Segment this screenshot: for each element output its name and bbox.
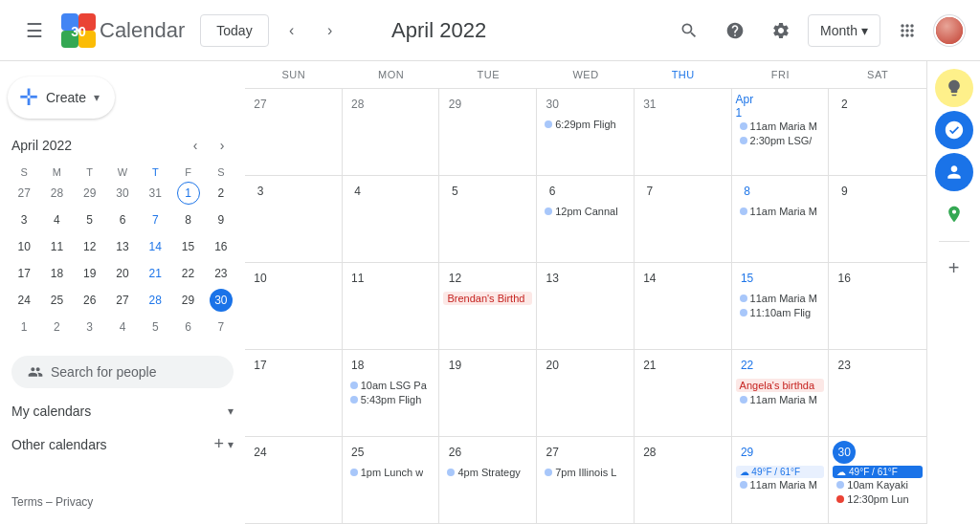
calendar-cell[interactable]: 19 xyxy=(439,350,537,436)
calendar-cell[interactable]: 29☁ 49°F / 61°F11am Maria M xyxy=(732,437,830,523)
mini-cal-day[interactable]: 28 xyxy=(139,287,171,314)
mini-cal-day[interactable]: 3 xyxy=(8,207,40,233)
mini-cal-day[interactable]: 31 xyxy=(139,180,171,207)
mini-cal-day[interactable]: 6 xyxy=(171,314,204,340)
my-calendars-section[interactable]: My calendars ▾ xyxy=(8,396,237,426)
calendar-cell[interactable]: 31 xyxy=(635,89,732,175)
calendar-event[interactable]: Angela's birthda xyxy=(736,379,825,392)
calendar-cell[interactable]: 20 xyxy=(537,350,635,436)
mini-cal-day[interactable]: 5 xyxy=(74,207,106,233)
mini-cal-day[interactable]: 22 xyxy=(171,260,204,287)
calendar-cell[interactable]: 21 xyxy=(635,350,732,436)
help-button[interactable] xyxy=(716,11,754,50)
next-month-button[interactable]: › xyxy=(315,15,345,46)
calendar-cell[interactable]: 29 xyxy=(439,89,537,175)
calendar-cell[interactable]: 5 xyxy=(439,176,537,262)
mini-cal-prev[interactable]: ‹ xyxy=(184,134,207,157)
calendar-cell[interactable]: 811am Maria M xyxy=(732,176,830,262)
user-avatar[interactable] xyxy=(934,15,965,46)
mini-cal-day[interactable]: 1 xyxy=(171,180,204,207)
calendar-cell[interactable]: 10 xyxy=(245,263,343,349)
calendar-cell[interactable]: 12Brendan's Birthd xyxy=(439,263,537,349)
other-calendars-add-icon[interactable]: + xyxy=(213,434,224,454)
mini-cal-day[interactable]: 26 xyxy=(74,287,106,314)
add-panel-button[interactable]: + xyxy=(948,257,960,279)
calendar-cell[interactable]: 23 xyxy=(829,350,926,436)
mini-cal-day[interactable]: 17 xyxy=(8,260,40,287)
mini-cal-day[interactable]: 21 xyxy=(139,260,171,287)
terms-link[interactable]: Terms xyxy=(11,495,43,509)
calendar-cell[interactable]: 2 xyxy=(829,89,926,175)
mini-cal-day[interactable]: 14 xyxy=(139,233,171,260)
mini-cal-day[interactable]: 15 xyxy=(171,233,204,260)
calendar-cell[interactable]: Apr 111am Maria M2:30pm LSG/ xyxy=(732,89,830,175)
mini-cal-day[interactable]: 2 xyxy=(205,180,237,207)
calendar-cell[interactable]: 612pm Cannal xyxy=(537,176,635,262)
mini-cal-day[interactable]: 9 xyxy=(205,207,237,233)
mini-cal-next[interactable]: › xyxy=(211,134,234,157)
calendar-cell[interactable]: 264pm Strategy xyxy=(439,437,537,523)
calendar-cell[interactable]: 14 xyxy=(635,263,732,349)
calendar-cell[interactable]: 28 xyxy=(635,437,732,523)
calendar-cell[interactable]: 3 xyxy=(245,176,343,262)
calendar-event[interactable]: 10am Kayaki xyxy=(833,478,923,491)
calendar-cell[interactable]: 306:29pm Fligh xyxy=(537,89,635,175)
mini-cal-day[interactable]: 27 xyxy=(8,180,40,207)
calendar-event[interactable]: 6:29pm Fligh xyxy=(541,118,630,131)
search-button[interactable] xyxy=(670,11,708,50)
settings-button[interactable] xyxy=(762,11,800,50)
mini-cal-day[interactable]: 29 xyxy=(74,180,106,207)
maps-icon-button[interactable] xyxy=(935,195,973,233)
calendar-event[interactable]: 11am Maria M xyxy=(736,478,825,491)
mini-cal-day[interactable]: 11 xyxy=(40,233,73,260)
mini-cal-day[interactable]: 8 xyxy=(171,207,204,233)
mini-cal-day[interactable]: 10 xyxy=(8,233,40,260)
calendar-cell[interactable]: 17 xyxy=(245,350,343,436)
mini-cal-day[interactable]: 4 xyxy=(106,314,139,340)
calendar-event[interactable]: 12:30pm Lun xyxy=(833,492,923,506)
mini-cal-day[interactable]: 6 xyxy=(106,207,139,233)
calendar-event[interactable]: 11am Maria M xyxy=(736,292,825,305)
calendar-event[interactable]: 4pm Strategy xyxy=(443,466,532,479)
create-button[interactable]: ✛ Create ▾ xyxy=(8,76,115,119)
calendar-cell[interactable]: 22Angela's birthda11am Maria M xyxy=(732,350,830,436)
mini-cal-day[interactable]: 20 xyxy=(106,260,139,287)
mini-cal-day[interactable]: 19 xyxy=(74,260,106,287)
mini-cal-day[interactable]: 7 xyxy=(205,314,237,340)
mini-cal-day[interactable]: 28 xyxy=(40,180,73,207)
search-people-button[interactable]: Search for people xyxy=(11,356,234,388)
mini-cal-day[interactable]: 4 xyxy=(40,207,73,233)
mini-cal-day[interactable]: 2 xyxy=(40,314,73,340)
calendar-event[interactable]: 11am Maria M xyxy=(736,393,825,406)
mini-cal-day[interactable]: 16 xyxy=(205,233,237,260)
calendar-event[interactable]: 2:30pm LSG/ xyxy=(736,134,825,147)
mini-cal-day[interactable]: 7 xyxy=(139,207,171,233)
calendar-cell[interactable]: 11 xyxy=(343,263,440,349)
calendar-cell[interactable]: 1810am LSG Pa5:43pm Fligh xyxy=(343,350,440,436)
calendar-cell[interactable]: 7 xyxy=(635,176,732,262)
calendar-cell[interactable]: 9 xyxy=(829,176,926,262)
contacts-icon-button[interactable] xyxy=(935,153,973,191)
calendar-cell[interactable]: 1511am Maria M11:10am Flig xyxy=(732,263,830,349)
mini-cal-day[interactable]: 30 xyxy=(205,287,237,314)
mini-cal-day[interactable]: 24 xyxy=(8,287,40,314)
mini-cal-day[interactable]: 25 xyxy=(40,287,73,314)
mini-cal-day[interactable]: 1 xyxy=(8,314,40,340)
other-calendars-section[interactable]: Other calendars + ▾ xyxy=(8,426,237,462)
calendar-cell[interactable]: 13 xyxy=(537,263,635,349)
mini-cal-day[interactable]: 12 xyxy=(74,233,106,260)
view-selector[interactable]: Month ▾ xyxy=(808,14,880,47)
calendar-cell[interactable]: 4 xyxy=(343,176,440,262)
today-button[interactable]: Today xyxy=(200,14,268,47)
keep-icon-button[interactable] xyxy=(935,69,973,107)
calendar-event[interactable]: 11:10am Flig xyxy=(736,306,825,319)
calendar-cell[interactable]: 28 xyxy=(343,89,440,175)
calendar-cell[interactable]: 24 xyxy=(245,437,343,523)
calendar-event[interactable]: 1pm Lunch w xyxy=(346,466,435,479)
menu-button[interactable]: ☰ xyxy=(15,11,54,50)
calendar-event[interactable]: 12pm Cannal xyxy=(541,205,630,218)
calendar-cell[interactable]: 277pm Illinois L xyxy=(537,437,635,523)
calendar-cell[interactable]: 251pm Lunch w xyxy=(343,437,440,523)
mini-cal-day[interactable]: 30 xyxy=(106,180,139,207)
calendar-event[interactable]: ☁ 49°F / 61°F xyxy=(833,466,923,478)
